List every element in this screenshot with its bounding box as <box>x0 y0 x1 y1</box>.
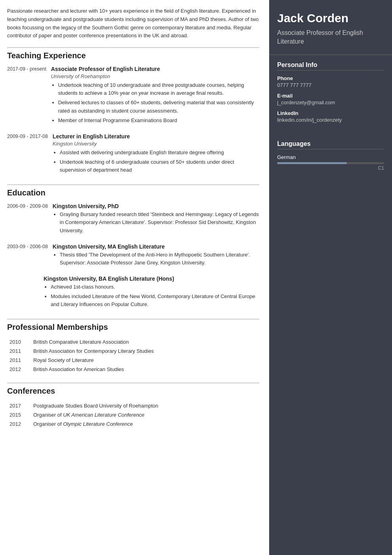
teaching-bullet-2-2: Undertook teaching of 6 undergraduate co… <box>60 158 259 174</box>
teaching-content-1: Associate Professor of English Literatur… <box>51 66 259 126</box>
teaching-bullets-1: Undertook teaching of 10 undergraduate a… <box>51 81 259 124</box>
phone-value: 0777 777 7777 <box>277 82 384 88</box>
candidate-title: Associate Professor of English Literatur… <box>277 29 384 46</box>
right-column: Jack Corden Associate Professor of Engli… <box>269 0 392 555</box>
edu-date-1: 2006-09 - 2009-08 <box>7 203 48 236</box>
conferences-section-title: Conferences <box>7 383 259 396</box>
edu-content-2: Kingston University, MA English Literatu… <box>53 243 259 268</box>
membership-row-1: 2010 British Comparative Literature Asso… <box>7 337 259 346</box>
membership-year-4: 2012 <box>7 365 31 374</box>
lang-name-1: German <box>277 154 384 160</box>
edu-entry-3: Kingston University, BA English Literatu… <box>7 276 259 310</box>
conference-text-2: Organiser of UK American Literature Conf… <box>31 410 259 419</box>
lang-bar-fill-1 <box>277 162 347 164</box>
email-value: j_cordenzety@gmail.com <box>277 100 384 105</box>
membership-row-4: 2012 British Association for American St… <box>7 365 259 374</box>
edu-bullets-3: Achieved 1st-class honours. Modules incl… <box>44 283 259 308</box>
languages-section: Languages German C1 <box>269 134 392 177</box>
lang-level-1: C1 <box>277 165 384 171</box>
conference-italic-2: UK American Literature Conference <box>63 412 144 418</box>
teaching-date-1: 2017-09 - present <box>7 66 46 126</box>
teaching-bullet-1-3: Member of Internal Programme Examination… <box>58 117 259 124</box>
teaching-section-title: Teaching Experience <box>7 47 259 60</box>
membership-org-2: British Association for Contemporary Lit… <box>31 346 259 356</box>
edu-title-1: Kingston University, PhD <box>53 203 259 209</box>
summary: Passionate researcher and lecturer with … <box>7 7 259 40</box>
personal-info-title: Personal Info <box>277 61 384 71</box>
membership-year-2: 2011 <box>7 346 31 356</box>
conferences-table: 2017 Postgraduate Studies Board Universi… <box>7 401 259 429</box>
membership-year-1: 2010 <box>7 337 31 346</box>
conference-italic-3: Olympic Literature Conference <box>63 421 133 427</box>
edu-bullet-1-1: Grayling Bursary funded research titled … <box>60 211 259 234</box>
edu-content-3: Kingston University, BA English Literatu… <box>44 276 259 310</box>
teaching-bullet-1-1: Undertook teaching of 10 undergraduate a… <box>58 81 259 97</box>
teaching-content-2: Lecturer in English Literature Kingston … <box>53 133 259 176</box>
conference-text-3: Organiser of Olympic Literature Conferen… <box>31 419 259 429</box>
teaching-section: Teaching Experience 2017-09 - present As… <box>7 47 259 176</box>
languages-title: Languages <box>277 140 384 149</box>
education-section: Education 2006-09 - 2009-08 Kingston Uni… <box>7 184 259 310</box>
memberships-section: Professional Memberships 2010 British Co… <box>7 319 259 374</box>
edu-date-3 <box>7 276 39 310</box>
teaching-subtitle-1: University of Roehampton <box>51 73 259 79</box>
memberships-table: 2010 British Comparative Literature Asso… <box>7 337 259 374</box>
edu-bullets-2: Thesis titled 'The Development of the An… <box>53 251 259 267</box>
membership-org-1: British Comparative Literature Associati… <box>31 337 259 346</box>
membership-year-3: 2011 <box>7 356 31 365</box>
teaching-bullet-1-2: Delivered lectures to classes of 60+ stu… <box>58 99 259 115</box>
conference-year-2: 2015 <box>7 410 31 419</box>
teaching-title-2: Lecturer in English Literature <box>53 133 259 140</box>
membership-org-3: Royal Society of Literature <box>31 356 259 365</box>
conference-year-3: 2012 <box>7 419 31 429</box>
edu-bullet-3-1: Achieved 1st-class honours. <box>51 283 259 291</box>
conference-row-1: 2017 Postgraduate Studies Board Universi… <box>7 401 259 410</box>
edu-title-3: Kingston University, BA English Literatu… <box>44 276 259 282</box>
conference-row-2: 2015 Organiser of UK American Literature… <box>7 410 259 419</box>
edu-content-1: Kingston University, PhD Grayling Bursar… <box>53 203 259 236</box>
teaching-title-1: Associate Professor of English Literatur… <box>51 66 259 72</box>
email-label: E-mail <box>277 93 384 99</box>
edu-bullet-2-1: Thesis titled 'The Development of the An… <box>60 251 259 267</box>
edu-title-2: Kingston University, MA English Literatu… <box>53 243 259 250</box>
membership-org-4: British Association for American Studies <box>31 365 259 374</box>
membership-row-3: 2011 Royal Society of Literature <box>7 356 259 365</box>
teaching-date-2: 2009-09 - 2017-08 <box>7 133 48 176</box>
lang-bar-bg-1 <box>277 162 384 164</box>
conference-row-3: 2012 Organiser of Olympic Literature Con… <box>7 419 259 429</box>
membership-row-2: 2011 British Association for Contemporar… <box>7 346 259 356</box>
personal-info-section: Personal Info Phone 0777 777 7777 E-mail… <box>269 55 392 134</box>
edu-date-2: 2003-09 - 2006-08 <box>7 243 48 268</box>
edu-entry-1: 2006-09 - 2009-08 Kingston University, P… <box>7 203 259 236</box>
teaching-entry-2: 2009-09 - 2017-08 Lecturer in English Li… <box>7 133 259 176</box>
phone-label: Phone <box>277 75 384 81</box>
linkedin-value: linkedin.com/in/j_cordenzety <box>277 117 384 123</box>
edu-bullet-3-2: Modules included Literature of the New W… <box>51 293 259 308</box>
teaching-bullets-2: Assisted with delivering undergraduate E… <box>53 149 259 174</box>
conferences-section: Conferences 2017 Postgraduate Studies Bo… <box>7 383 259 429</box>
edu-bullets-1: Grayling Bursary funded research titled … <box>53 211 259 234</box>
linkedin-label: LinkedIn <box>277 110 384 116</box>
teaching-subtitle-2: Kingston University <box>53 141 259 147</box>
left-column: Passionate researcher and lecturer with … <box>0 0 269 555</box>
memberships-section-title: Professional Memberships <box>7 319 259 332</box>
teaching-bullet-2-1: Assisted with delivering undergraduate E… <box>60 149 259 157</box>
conference-text-1: Postgraduate Studies Board University of… <box>31 401 259 410</box>
conference-year-1: 2017 <box>7 401 31 410</box>
candidate-name: Jack Corden <box>277 11 384 25</box>
edu-entry-2: 2003-09 - 2006-08 Kingston University, M… <box>7 243 259 268</box>
education-section-title: Education <box>7 184 259 197</box>
teaching-entry-1: 2017-09 - present Associate Professor of… <box>7 66 259 126</box>
right-header: Jack Corden Associate Professor of Engli… <box>269 0 392 55</box>
